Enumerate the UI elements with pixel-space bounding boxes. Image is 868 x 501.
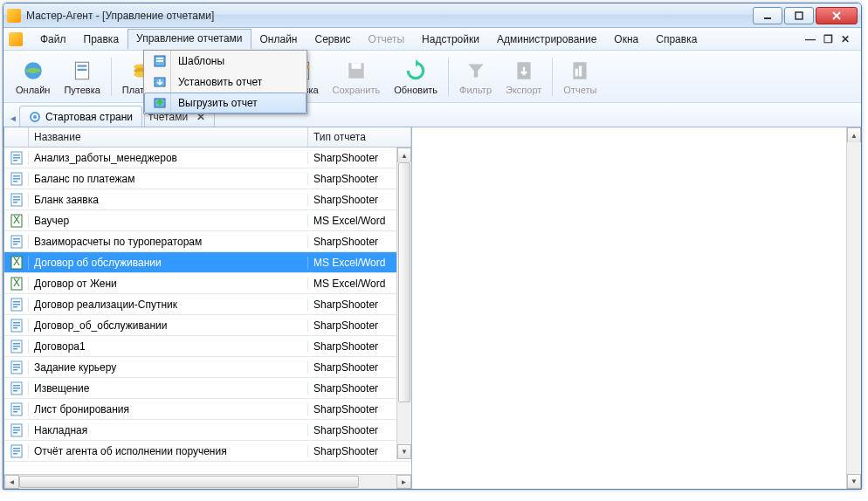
scroll-up-icon[interactable]: ▲ [397, 148, 411, 162]
row-name: Договор_об_обслуживании [29, 319, 308, 332]
svg-rect-54 [13, 304, 20, 305]
preview-pane: ▲ ▼ [412, 127, 861, 489]
toolbar-путевка[interactable]: Путевка [57, 57, 107, 97]
tab-0[interactable]: Стартовая страни [19, 106, 142, 127]
row-name: Ваучер [29, 215, 308, 227]
svg-rect-79 [13, 432, 17, 434]
scroll-thumb-h[interactable] [19, 476, 359, 488]
table-row[interactable]: Задание курьеруSharpShooter [4, 357, 411, 378]
svg-point-29 [33, 115, 37, 119]
grid-vertical-scrollbar[interactable]: ▲ ▼ [396, 148, 411, 459]
row-icon [4, 235, 29, 249]
preview-vertical-scrollbar[interactable]: ▲ ▼ [846, 127, 861, 489]
save-icon [344, 58, 369, 83]
svg-rect-46 [13, 241, 20, 243]
mdi-minimize-icon[interactable]: — [805, 34, 816, 45]
svg-rect-77 [13, 427, 20, 429]
dropdown-item-0[interactable]: Шаблоны [144, 51, 307, 72]
svg-rect-78 [13, 429, 20, 431]
table-row[interactable]: Бланк заявкаSharpShooter [4, 189, 411, 210]
toolbar-separator [111, 58, 112, 96]
menu-отчеты[interactable]: Отчеты [360, 30, 413, 49]
scroll-thumb[interactable] [398, 162, 410, 402]
menu-онлайн[interactable]: Онлайн [251, 30, 307, 49]
menu-надстройки[interactable]: Надстройки [413, 30, 488, 49]
mdi-controls: — ❐ ✕ [805, 34, 856, 45]
svg-rect-1 [796, 12, 803, 19]
menu-администрирование[interactable]: Администрирование [488, 30, 605, 49]
scroll-right-icon[interactable]: ► [396, 475, 411, 489]
svg-rect-82 [13, 450, 20, 452]
table-row[interactable]: НакладнаяSharpShooter [4, 420, 411, 441]
dropdown-item-2[interactable]: Выгрузить отчет [144, 93, 307, 113]
filter-icon [464, 58, 488, 83]
dropdown-label: Выгрузить отчет [178, 97, 258, 109]
row-icon [4, 298, 29, 312]
table-row[interactable]: XВаучерMS Excel/Word [4, 210, 411, 231]
mdi-restore-icon[interactable]: ❐ [823, 34, 833, 45]
scroll-left-icon[interactable]: ◄ [4, 475, 19, 489]
table-row[interactable]: Договора1SharpShooter [4, 336, 411, 357]
svg-rect-55 [13, 306, 17, 308]
menu-сервис[interactable]: Сервис [307, 30, 360, 49]
menu-правка[interactable]: Правка [75, 30, 128, 49]
table-row[interactable]: Лист бронированияSharpShooter [4, 399, 411, 420]
reports-grid: Название Тип отчета Анализ_работы_менедж… [3, 127, 412, 489]
toolbar-separator [552, 58, 553, 96]
svg-rect-70 [13, 388, 20, 389]
row-icon [4, 319, 29, 333]
minimize-button[interactable] [753, 7, 782, 24]
menu-окна[interactable]: Окна [605, 30, 647, 49]
svg-rect-53 [13, 301, 20, 303]
row-name: Взаиморасчеты по туроператорам [29, 236, 308, 248]
svg-rect-63 [13, 348, 17, 350]
report-icon [568, 58, 592, 83]
titlebar[interactable]: Мастер-Агент - [Управление отчетами] [3, 3, 861, 28]
mdi-close-icon[interactable]: ✕ [840, 34, 851, 45]
toolbar-отчеты: Отчеты [556, 57, 603, 97]
table-row[interactable]: Отчёт агента об исполнении порученияShar… [4, 441, 411, 462]
reports-dropdown: ШаблоныУстановить отчетВыгрузить отчет [143, 50, 307, 114]
toolbar-сохранить: Сохранить [326, 57, 388, 97]
row-name: Бланк заявка [29, 194, 308, 206]
svg-text:X: X [12, 256, 19, 268]
svg-rect-37 [13, 181, 17, 182]
table-row[interactable]: XДоговор об обслуживанииMS Excel/Word [4, 252, 411, 273]
table-row[interactable]: Взаиморасчеты по туроператорамSharpShoot… [4, 231, 411, 252]
menu-файл[interactable]: Файл [31, 30, 75, 49]
table-row[interactable]: Договор реализации-СпутникSharpShooter [4, 294, 411, 315]
table-row[interactable]: Анализ_работы_менеджеровSharpShooter [4, 148, 411, 168]
grid-horizontal-scrollbar[interactable]: ◄ ► [4, 474, 411, 489]
table-row[interactable]: Баланс по платежамSharpShooter [4, 168, 411, 189]
close-button[interactable] [816, 7, 858, 24]
toolbar-label: Отчеты [563, 85, 596, 95]
row-icon [4, 340, 29, 353]
window-title: Мастер-Агент - [Управление отчетами] [26, 10, 751, 22]
svg-rect-75 [13, 411, 17, 413]
scroll-down-icon[interactable]: ▼ [397, 444, 411, 459]
svg-rect-39 [13, 196, 20, 198]
row-icon: X [4, 256, 29, 270]
toolbar-онлайн[interactable]: Онлайн [9, 57, 57, 97]
svg-rect-81 [13, 448, 20, 450]
svg-rect-58 [13, 325, 20, 326]
header-name[interactable]: Название [29, 127, 308, 147]
dropdown-item-1[interactable]: Установить отчет [144, 72, 307, 93]
scroll-down-icon[interactable]: ▼ [847, 474, 861, 489]
scroll-up-icon[interactable]: ▲ [847, 127, 861, 142]
row-icon [4, 172, 29, 186]
row-name: Отчёт агента об исполнении поручения [29, 445, 308, 457]
table-row[interactable]: ИзвещениеSharpShooter [4, 378, 411, 399]
menu-управление отчетами[interactable]: Управление отчетами [127, 29, 251, 49]
app-menu-icon[interactable] [9, 32, 23, 46]
tab-scroll-left-icon[interactable]: ◄ [7, 109, 19, 127]
table-row[interactable]: XДоговор от ЖениMS Excel/Word [4, 273, 411, 294]
svg-rect-71 [13, 390, 17, 392]
header-icon-col[interactable] [4, 127, 29, 147]
header-type[interactable]: Тип отчета [308, 127, 411, 147]
maximize-button[interactable] [784, 7, 814, 24]
row-icon: X [4, 214, 29, 228]
toolbar-обновить[interactable]: Обновить [387, 57, 444, 97]
menu-справка[interactable]: Справка [647, 30, 706, 49]
table-row[interactable]: Договор_об_обслуживанииSharpShooter [4, 315, 411, 336]
